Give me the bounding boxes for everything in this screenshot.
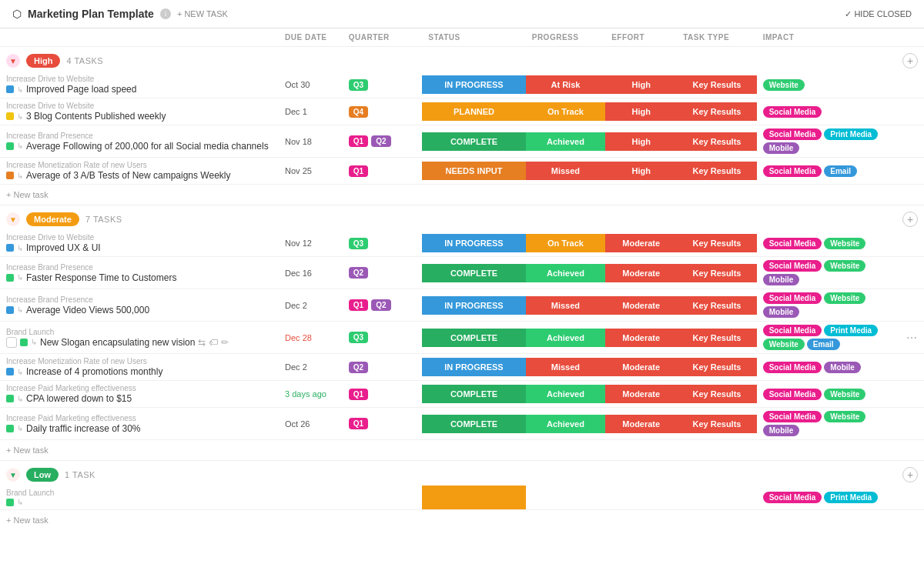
tasktype-cell: Key Results — [677, 354, 756, 381]
group-add-moderate[interactable]: + — [902, 212, 918, 227]
hide-closed-button[interactable]: ✓ HIDE CLOSED — [845, 9, 912, 19]
quarter-badge: Q1 — [349, 135, 368, 147]
quarter-cell: Q2 — [343, 354, 422, 381]
new-task-row-low: + New task — [0, 510, 924, 531]
impact-tag: Website — [824, 389, 865, 400]
group-toggle-moderate[interactable]: ▼ — [6, 212, 20, 226]
assign-icon[interactable]: ⇆ — [198, 337, 206, 348]
effort-value: Moderate — [605, 329, 677, 347]
status-cell: COMPLETE — [422, 381, 525, 408]
task-name[interactable]: Average of 3 A/B Tests of New campaigns … — [26, 170, 230, 181]
effort-value: Moderate — [605, 385, 677, 403]
effort-cell: Moderate — [605, 322, 677, 354]
impact-tag: Social Media — [763, 260, 822, 272]
impact-tag: Mobile — [763, 425, 800, 436]
task-cell: Increase Monetization Rate of new Users … — [0, 158, 279, 185]
progress-value: Achieved — [526, 329, 605, 347]
impact-tag: Mobile — [763, 142, 800, 154]
tasktype-value: Key Results — [677, 358, 756, 376]
due-date-value: Dec 16 — [285, 269, 312, 278]
task-name[interactable]: Average Following of 200,000 for all Soc… — [26, 141, 269, 152]
task-cell: Increase Drive to Website ↳ Improved Pag… — [0, 72, 279, 98]
tasktype-value: Key Results — [677, 132, 756, 151]
status-value: COMPLETE — [422, 132, 525, 151]
task-name[interactable]: New Slogan encapsulating new vision — [40, 337, 195, 348]
task-dot — [6, 142, 14, 150]
progress-value: On Track — [526, 102, 605, 121]
task-name[interactable]: Faster Response Time to Customers — [26, 272, 176, 283]
effort-value: High — [605, 102, 677, 121]
new-task-button[interactable]: + NEW TASK — [177, 9, 228, 18]
task-dot — [6, 499, 14, 506]
impact-tag: Print Media — [824, 128, 878, 140]
tasktype-cell — [677, 486, 756, 510]
new-task-link[interactable]: + New task — [6, 516, 49, 525]
task-name[interactable]: Daily traffic increase of 30% — [26, 423, 141, 434]
table-row: Increase Brand Presence ↳ Average Follow… — [0, 125, 924, 158]
edit-icon[interactable]: ✏ — [221, 337, 229, 348]
group-toggle-low[interactable]: ▼ — [6, 468, 20, 482]
quarter-cell — [343, 486, 422, 510]
tasktype-cell: Key Results — [677, 72, 756, 98]
status-value: IN PROGRESS — [422, 296, 525, 315]
effort-value: Moderate — [605, 264, 677, 282]
impact-tag: Mobile — [763, 274, 800, 285]
task-category: Increase Brand Presence — [6, 263, 273, 272]
progress-cell — [526, 486, 605, 510]
app-icon: ⬡ — [12, 8, 22, 20]
task-checkbox[interactable] — [6, 337, 17, 348]
subtask-icon: ↳ — [17, 498, 23, 506]
due-date-value: Dec 1 — [285, 107, 307, 116]
tasktype-value: Key Results — [677, 162, 756, 180]
task-cell: Increase Brand Presence ↳ Faster Respons… — [0, 257, 279, 289]
more-cell — [900, 486, 924, 510]
task-category: Increase Drive to Website — [6, 102, 273, 110]
task-name[interactable]: 3 Blog Contents Published weekly — [26, 111, 166, 122]
info-icon[interactable]: i — [160, 8, 171, 19]
task-name[interactable]: Improved Page load speed — [26, 84, 136, 95]
more-cell — [900, 408, 924, 440]
new-task-link[interactable]: + New task — [6, 190, 49, 199]
task-name[interactable]: Average Video Views 500,000 — [26, 305, 149, 315]
effort-cell: Moderate — [605, 230, 677, 257]
subtask-icon: ↳ — [17, 172, 23, 180]
col-header-quarter: QUARTER — [343, 28, 422, 47]
group-count-high: 4 TASKS — [66, 56, 103, 65]
task-name[interactable]: Increase of 4 promotions monthly — [26, 366, 162, 377]
group-add-low[interactable]: + — [902, 467, 918, 482]
status-value: COMPLETE — [422, 329, 525, 347]
progress-cell: Missed — [526, 289, 605, 322]
progress-value: Missed — [526, 358, 605, 376]
effort-value: High — [605, 162, 677, 180]
tag-icon[interactable]: 🏷 — [209, 337, 218, 348]
new-task-link[interactable]: + New task — [6, 446, 49, 455]
effort-value: Moderate — [605, 296, 677, 315]
progress-value: Missed — [526, 296, 605, 315]
group-badge-moderate: Moderate — [26, 212, 79, 226]
tasktype-cell: Key Results — [677, 322, 756, 354]
table-row: Increase Monetization Rate of new Users … — [0, 354, 924, 381]
group-toggle-high[interactable]: ▼ — [6, 54, 20, 68]
progress-cell: Achieved — [526, 125, 605, 158]
impact-tag: Website — [824, 411, 865, 422]
group-header-moderate: ▼ Moderate 7 TASKS + — [0, 205, 924, 231]
table-row: Increase Brand Presence ↳ Average Video … — [0, 289, 924, 322]
tasktype-value: Key Results — [677, 329, 756, 347]
subtask-icon: ↳ — [17, 305, 23, 314]
progress-cell: On Track — [526, 98, 605, 125]
task-name[interactable]: Improved UX & UI — [26, 242, 101, 253]
task-name[interactable]: CPA lowered down to $15 — [26, 393, 132, 404]
table-row: Increase Paid Marketing effectiveness ↳ … — [0, 408, 924, 440]
task-dot — [6, 395, 14, 402]
task-dot — [6, 172, 14, 179]
progress-cell: Achieved — [526, 408, 605, 440]
impact-tag: Website — [763, 339, 805, 350]
quarter-badge: Q1 — [349, 418, 368, 429]
col-header-impact: IMPACT — [757, 28, 900, 47]
due-date-cell: Dec 16 — [279, 257, 343, 289]
more-icon[interactable]: ⋯ — [906, 332, 917, 344]
due-date-value: Nov 12 — [285, 239, 312, 248]
subtask-icon: ↳ — [31, 338, 37, 346]
group-add-high[interactable]: + — [902, 53, 918, 68]
effort-value: Moderate — [605, 358, 677, 376]
